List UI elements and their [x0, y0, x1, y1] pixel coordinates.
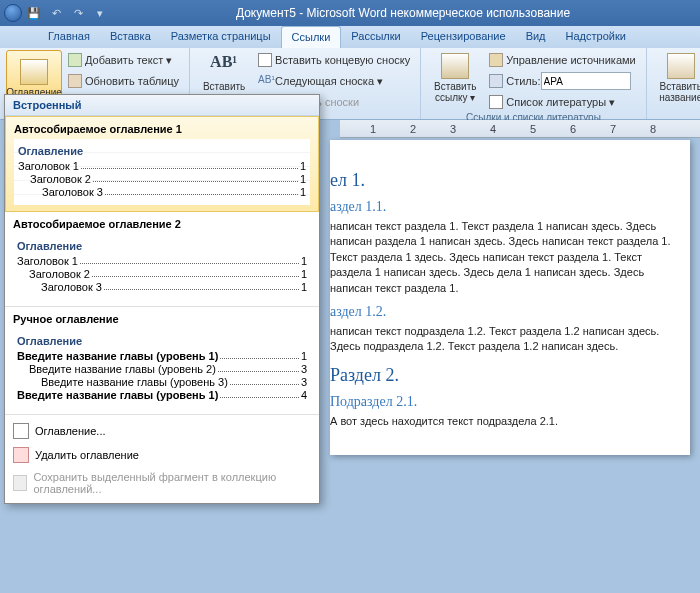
gallery-item-manual[interactable]: Ручное оглавление Оглавление Введите наз…: [5, 307, 319, 415]
caption-icon: [667, 53, 695, 79]
menu-insert-toc[interactable]: Оглавление...: [5, 419, 319, 443]
style-label: Стиль:: [506, 75, 540, 87]
redo-icon[interactable]: ↷: [68, 4, 88, 22]
next-footnote-label: Следующая сноска ▾: [275, 75, 383, 88]
document-page[interactable]: ел 1. аздел 1.1. написан текст раздела 1…: [330, 140, 690, 455]
preview-line: Введите название главы (уровень 1): [17, 389, 218, 401]
gallery-preview: Оглавление Заголовок 11 Заголовок 21 Заг…: [14, 139, 310, 205]
endnote-icon: [258, 53, 272, 67]
tab-layout[interactable]: Разметка страницы: [161, 26, 281, 48]
toc-gallery-dropdown: Встроенный Автособираемое оглавление 1 О…: [4, 94, 320, 504]
preview-line: Введите название главы (уровень 1): [17, 350, 218, 362]
manage-sources-icon: [489, 53, 503, 67]
gallery-preview: Оглавление Заголовок 11 Заголовок 21 Заг…: [13, 234, 311, 300]
menu-label: Сохранить выделенный фрагмент в коллекци…: [33, 471, 311, 495]
group-citations: Вставить ссылку ▾ Управление источниками…: [421, 48, 646, 119]
insert-endnote-button[interactable]: Вставить концевую сноску: [254, 50, 414, 70]
gallery-item-title: Автособираемое оглавление 1: [14, 123, 310, 135]
citation-style-row: Стиль:: [485, 71, 639, 91]
quick-access-toolbar: 💾 ↶ ↷ ▾: [4, 4, 110, 22]
citation-icon: [441, 53, 469, 79]
footnote-icon: AB¹: [210, 53, 238, 79]
preview-toc-title: Оглавление: [17, 335, 307, 347]
tab-home[interactable]: Главная: [38, 26, 100, 48]
save-icon[interactable]: 💾: [24, 4, 44, 22]
insert-citation-label: Вставить ссылку ▾: [434, 81, 476, 103]
preview-line: Заголовок 3: [42, 186, 103, 198]
next-footnote-icon: AB¹: [258, 74, 272, 88]
preview-line: Заголовок 2: [29, 268, 90, 280]
title-bar: 💾 ↶ ↷ ▾ Документ5 - Microsoft Word неком…: [0, 0, 700, 26]
style-combo[interactable]: [541, 72, 631, 90]
insert-caption-button[interactable]: Вставить название: [653, 50, 700, 106]
gallery-item-auto1[interactable]: Автособираемое оглавление 1 Оглавление З…: [5, 116, 319, 212]
tab-view[interactable]: Вид: [516, 26, 556, 48]
heading-2: аздел 1.2.: [330, 304, 684, 320]
body-text: А вот здесь находится текст подраздела 2…: [330, 414, 684, 429]
menu-label: Оглавление...: [35, 425, 106, 437]
manage-sources-label: Управление источниками: [506, 54, 635, 66]
preview-line: Заголовок 1: [17, 255, 78, 267]
heading-2: аздел 1.1.: [330, 199, 684, 215]
update-table-label: Обновить таблицу: [85, 75, 179, 87]
toc-dialog-icon: [13, 423, 29, 439]
add-text-icon: [68, 53, 82, 67]
preview-line: Заголовок 1: [18, 160, 79, 172]
gallery-item-auto2[interactable]: Автособираемое оглавление 2 Оглавление З…: [5, 212, 319, 307]
gallery-builtin-header: Встроенный: [5, 95, 319, 116]
preview-line: Введите название главы (уровень 3): [41, 376, 228, 388]
update-icon: [68, 74, 82, 88]
heading-1: ел 1.: [330, 170, 684, 191]
preview-toc-title: Оглавление: [18, 145, 306, 157]
tab-insert[interactable]: Вставка: [100, 26, 161, 48]
style-icon: [489, 74, 503, 88]
body-text: написан текст подраздела 1.2. Текст разд…: [330, 324, 684, 355]
undo-icon[interactable]: ↶: [46, 4, 66, 22]
bibliography-icon: [489, 95, 503, 109]
add-text-button[interactable]: Добавить текст ▾: [64, 50, 183, 70]
tab-references[interactable]: Ссылки: [281, 26, 342, 48]
menu-save-selection: Сохранить выделенный фрагмент в коллекци…: [5, 467, 319, 499]
menu-label: Удалить оглавление: [35, 449, 139, 461]
insert-caption-label: Вставить название: [659, 81, 700, 103]
gallery-menu: Оглавление... Удалить оглавление Сохрани…: [5, 415, 319, 503]
bibliography-label: Список литературы ▾: [506, 96, 615, 109]
endnote-label: Вставить концевую сноску: [275, 54, 410, 66]
preview-line: Заголовок 3: [41, 281, 102, 293]
preview-line: Заголовок 2: [30, 173, 91, 185]
tab-addins[interactable]: Надстройки: [556, 26, 636, 48]
heading-1: Раздел 2.: [330, 365, 684, 386]
toc-icon: [20, 59, 48, 85]
bibliography-button[interactable]: Список литературы ▾: [485, 92, 639, 112]
body-text: написан текст раздела 1. Текст раздела 1…: [330, 219, 684, 296]
office-orb-icon[interactable]: [4, 4, 22, 22]
gallery-item-title: Автособираемое оглавление 2: [13, 218, 311, 230]
save-selection-icon: [13, 475, 27, 491]
menu-delete-toc[interactable]: Удалить оглавление: [5, 443, 319, 467]
preview-line: Введите название главы (уровень 2): [29, 363, 216, 375]
gallery-preview: Оглавление Введите название главы (урове…: [13, 329, 311, 408]
manage-sources-button[interactable]: Управление источниками: [485, 50, 639, 70]
gallery-item-title: Ручное оглавление: [13, 313, 311, 325]
tab-mailings[interactable]: Рассылки: [341, 26, 410, 48]
next-footnote-button[interactable]: AB¹Следующая сноска ▾: [254, 71, 414, 91]
heading-2: Подраздел 2.1.: [330, 394, 684, 410]
tab-review[interactable]: Рецензирование: [411, 26, 516, 48]
ribbon-tabs: Главная Вставка Разметка страницы Ссылки…: [0, 26, 700, 48]
qat-menu-icon[interactable]: ▾: [90, 4, 110, 22]
add-text-label: Добавить текст ▾: [85, 54, 172, 67]
update-table-button[interactable]: Обновить таблицу: [64, 71, 183, 91]
delete-toc-icon: [13, 447, 29, 463]
horizontal-ruler[interactable]: 12345678: [340, 120, 700, 138]
window-title: Документ5 - Microsoft Word некоммерческо…: [110, 6, 696, 20]
group-captions: Вставить название Список иллюстраций Обн…: [647, 48, 700, 119]
preview-toc-title: Оглавление: [17, 240, 307, 252]
insert-citation-button[interactable]: Вставить ссылку ▾: [427, 50, 483, 106]
